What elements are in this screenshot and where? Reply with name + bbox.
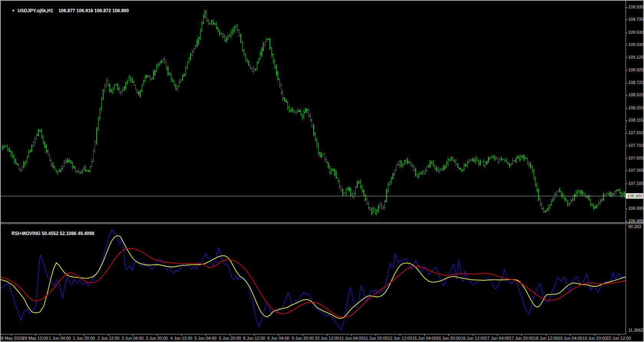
time-label: 29 May 12:00 bbox=[23, 336, 48, 340]
price-label: 109.935 bbox=[628, 5, 644, 9]
time-label: 5 Jun 04:00 bbox=[194, 336, 217, 340]
time-label: 8 Jun 12:00 bbox=[243, 336, 265, 340]
time-axis[interactable]: 28 May 202029 May 12:001 Jun 04:001 Jun … bbox=[1, 334, 626, 342]
time-label: 19 Jun 20:00 bbox=[582, 336, 607, 340]
time-label: 10 Jun 12:00 bbox=[315, 336, 339, 340]
price-tick bbox=[626, 120, 628, 121]
ohlc-bars bbox=[2, 10, 625, 216]
price-tick bbox=[626, 108, 628, 109]
price-tick bbox=[626, 83, 628, 83]
symbol-dropdown-icon[interactable]: ▼ bbox=[12, 9, 15, 13]
time-label: 2 Jun 12:00 bbox=[97, 336, 120, 340]
price-label: 108.520 bbox=[628, 92, 644, 97]
time-label: 9 Jun 04:00 bbox=[267, 336, 289, 340]
time-label: 11 Jun 20:00 bbox=[364, 336, 388, 340]
time-label: 16 Jun 12:00 bbox=[461, 336, 485, 340]
time-label: 12 Jun 12:00 bbox=[388, 336, 412, 340]
price-axis[interactable]: 106.900 90.363 11.3962 109.935109.735109… bbox=[626, 0, 643, 342]
time-label: 15 Jun 04:00 bbox=[412, 336, 437, 340]
time-label: 3 Jun 04:00 bbox=[122, 336, 144, 340]
indicator-label: RSI+MOVING 50.4552 52.1086 49.4098 bbox=[4, 225, 94, 242]
window-frame-left bbox=[0, 0, 1, 342]
price-tick bbox=[626, 158, 628, 159]
price-tick bbox=[626, 133, 628, 133]
price-label: 107.505 bbox=[628, 156, 644, 160]
indicator-name: RSI+MOVING bbox=[12, 231, 41, 236]
price-tick bbox=[626, 33, 628, 33]
price-label: 107.305 bbox=[628, 168, 644, 173]
time-label: 9 Jun 20:00 bbox=[292, 336, 314, 340]
time-label: 15 Jun 20:00 bbox=[436, 336, 461, 340]
time-label: 1 Jun 04:00 bbox=[49, 336, 71, 340]
main-chart-svg[interactable] bbox=[1, 1, 626, 222]
price-tick bbox=[626, 209, 628, 209]
price-tick bbox=[626, 7, 628, 8]
price-tick bbox=[626, 70, 628, 71]
price-label: 108.315 bbox=[628, 105, 644, 110]
price-label: 107.710 bbox=[628, 143, 644, 148]
symbol-label: USDJPY.oj5k,H1 bbox=[18, 8, 53, 13]
price-label: 107.100 bbox=[628, 181, 644, 186]
price-tick bbox=[626, 184, 628, 184]
time-label: 17 Jun 20:00 bbox=[509, 336, 534, 340]
price-tick bbox=[626, 20, 628, 20]
pane-separator[interactable] bbox=[0, 222, 644, 224]
indicator-scale-min-label: 11.3962 bbox=[628, 328, 643, 332]
price-label: 109.530 bbox=[628, 30, 644, 35]
indicator-line-rsi bbox=[1, 229, 626, 330]
price-label: 109.735 bbox=[628, 17, 644, 21]
price-label: 108.115 bbox=[628, 118, 643, 122]
indicator-svg[interactable] bbox=[1, 224, 626, 334]
price-label: 108.925 bbox=[628, 67, 644, 72]
time-label: 28 May 2020 bbox=[0, 336, 23, 340]
time-label: 1 Jun 20:00 bbox=[73, 336, 95, 340]
ohlc-values: 106.877 106.916 106.872 106.900 bbox=[59, 8, 129, 13]
indicator-line-ma-slow bbox=[1, 248, 626, 317]
price-label: 109.125 bbox=[628, 55, 644, 59]
price-tick bbox=[626, 221, 628, 222]
price-tick bbox=[626, 146, 628, 146]
price-label: 109.330 bbox=[628, 42, 644, 47]
mt4-chart-window: ▼USDJPY.oj5k,H1106.877 106.916 106.872 1… bbox=[0, 0, 644, 342]
time-label: 5 Jun 20:00 bbox=[219, 336, 241, 340]
price-label: 108.720 bbox=[628, 80, 644, 85]
price-label: 106.695 bbox=[628, 206, 644, 210]
price-tick bbox=[626, 95, 628, 95]
time-label: 17 Jun 04:00 bbox=[485, 336, 509, 340]
indicator-scale-max-label: 90.363 bbox=[628, 224, 641, 229]
indicator-values: 50.4552 52.1086 49.4098 bbox=[42, 231, 94, 236]
price-tick bbox=[626, 58, 628, 58]
time-label: 19 Jun 04:00 bbox=[558, 336, 582, 340]
price-label: 107.910 bbox=[628, 130, 644, 135]
main-chart-pane[interactable]: ▼USDJPY.oj5k,H1106.877 106.916 106.872 1… bbox=[1, 1, 626, 222]
time-label: 18 Jun 12:00 bbox=[534, 336, 558, 340]
current-price-badge: 106.900 bbox=[626, 193, 643, 199]
price-tick bbox=[626, 45, 628, 45]
chart-header: ▼USDJPY.oj5k,H1106.877 106.916 106.872 1… bbox=[4, 3, 129, 19]
window-frame-top bbox=[0, 0, 644, 1]
time-label: 4 Jun 12:00 bbox=[170, 336, 192, 340]
indicator-pane[interactable]: RSI+MOVING 50.4552 52.1086 49.4098 bbox=[1, 224, 626, 334]
time-label: 11 Jun 04:00 bbox=[340, 336, 364, 340]
price-tick bbox=[626, 171, 628, 171]
time-label: 3 Jun 20:00 bbox=[146, 336, 168, 340]
